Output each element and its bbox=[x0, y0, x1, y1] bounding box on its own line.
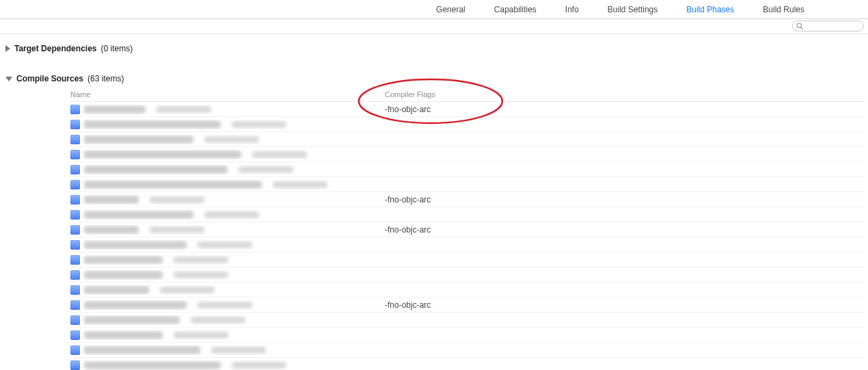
file-name-redacted bbox=[84, 361, 221, 369]
section-count: (0 items) bbox=[100, 44, 133, 53]
file-name-redacted bbox=[84, 135, 193, 144]
table-row[interactable]: -fno-objc-arc bbox=[70, 298, 865, 313]
table-row[interactable] bbox=[70, 162, 865, 177]
file-name-cell bbox=[70, 270, 385, 280]
file-path-redacted bbox=[232, 121, 286, 128]
compile-sources-table: Name Compiler Flags -fno-objc-arc-fno-ob… bbox=[70, 86, 865, 370]
source-file-icon bbox=[70, 300, 80, 310]
search-icon bbox=[796, 22, 804, 30]
compiler-flags-cell[interactable]: -fno-objc-arc bbox=[385, 105, 860, 114]
table-row[interactable] bbox=[70, 132, 865, 147]
file-name-redacted bbox=[84, 211, 193, 219]
table-row[interactable]: -fno-objc-arc bbox=[70, 102, 865, 117]
source-file-icon bbox=[70, 165, 80, 174]
table-row[interactable] bbox=[70, 177, 865, 192]
table-row[interactable] bbox=[70, 282, 865, 298]
file-path-redacted bbox=[174, 256, 228, 263]
file-name-cell bbox=[70, 315, 385, 325]
file-path-redacted bbox=[150, 196, 204, 203]
file-name-cell bbox=[70, 345, 385, 355]
source-file-icon bbox=[70, 195, 80, 204]
file-name-cell bbox=[70, 195, 385, 204]
file-path-redacted bbox=[191, 317, 245, 323]
file-path-redacted bbox=[198, 241, 252, 248]
file-name-cell bbox=[70, 330, 385, 340]
source-file-icon bbox=[70, 270, 80, 280]
compiler-flags-cell[interactable]: -fno-objc-arc bbox=[385, 300, 860, 310]
file-name-redacted bbox=[84, 316, 180, 324]
source-file-icon bbox=[70, 345, 80, 355]
table-row[interactable] bbox=[70, 237, 865, 252]
table-header: Name Compiler Flags bbox=[70, 86, 865, 102]
tab-capabilities[interactable]: Capabilities bbox=[480, 0, 551, 19]
file-path-redacted bbox=[211, 347, 266, 354]
file-name-cell bbox=[70, 120, 385, 129]
file-name-cell bbox=[70, 180, 385, 189]
file-name-cell bbox=[70, 150, 385, 159]
file-name-redacted bbox=[84, 150, 241, 159]
compiler-flags-cell[interactable]: -fno-objc-arc bbox=[385, 195, 860, 204]
file-name-cell bbox=[70, 300, 385, 310]
file-path-redacted bbox=[204, 136, 259, 143]
source-file-icon bbox=[70, 255, 80, 265]
table-row[interactable] bbox=[70, 267, 865, 282]
table-row[interactable]: -fno-objc-arc bbox=[70, 222, 865, 237]
filter-bar bbox=[0, 19, 868, 34]
file-path-redacted bbox=[174, 272, 228, 278]
file-name-cell bbox=[70, 240, 385, 250]
build-phase-sections: Target Dependencies (0 items) Compile So… bbox=[0, 34, 868, 370]
tab-general[interactable]: General bbox=[422, 0, 480, 19]
file-name-redacted bbox=[84, 346, 200, 354]
tab-build-phases[interactable]: Build Phases bbox=[672, 0, 748, 19]
table-row[interactable] bbox=[70, 207, 865, 222]
file-name-redacted bbox=[84, 166, 228, 174]
compiler-flags-cell[interactable]: -fno-objc-arc bbox=[385, 225, 860, 235]
file-name-redacted bbox=[84, 271, 163, 279]
tab-build-settings[interactable]: Build Settings bbox=[593, 0, 672, 19]
file-name-redacted bbox=[84, 301, 187, 309]
file-name-redacted bbox=[84, 120, 221, 129]
tab-build-rules[interactable]: Build Rules bbox=[748, 0, 819, 19]
file-name-cell bbox=[70, 135, 385, 144]
table-row[interactable] bbox=[70, 358, 865, 370]
file-name-cell bbox=[70, 255, 385, 265]
file-path-redacted bbox=[273, 181, 327, 188]
file-path-redacted bbox=[204, 211, 259, 218]
file-path-redacted bbox=[232, 362, 286, 369]
table-row[interactable] bbox=[70, 117, 865, 132]
file-name-redacted bbox=[84, 181, 262, 189]
file-path-redacted bbox=[252, 151, 307, 158]
column-header-name[interactable]: Name bbox=[70, 90, 385, 98]
source-file-icon bbox=[70, 150, 80, 159]
search-field-container[interactable] bbox=[792, 21, 864, 31]
file-name-cell bbox=[70, 285, 385, 295]
file-name-redacted bbox=[84, 286, 149, 294]
file-name-cell bbox=[70, 105, 385, 114]
disclosure-triangle-icon bbox=[5, 77, 12, 81]
source-file-icon bbox=[70, 180, 80, 189]
file-path-redacted bbox=[160, 287, 215, 293]
table-row[interactable] bbox=[70, 252, 865, 267]
section-target-dependencies[interactable]: Target Dependencies (0 items) bbox=[5, 41, 865, 56]
file-name-redacted bbox=[84, 256, 163, 264]
file-path-redacted bbox=[150, 226, 204, 233]
table-row[interactable] bbox=[70, 313, 865, 328]
table-row[interactable]: -fno-objc-arc bbox=[70, 192, 865, 207]
file-name-redacted bbox=[84, 331, 163, 339]
section-title: Target Dependencies bbox=[14, 44, 96, 53]
editor-tabs: General Capabilities Info Build Settings… bbox=[0, 0, 868, 19]
tab-info[interactable]: Info bbox=[551, 0, 593, 19]
table-row[interactable] bbox=[70, 147, 865, 162]
source-file-icon bbox=[70, 315, 80, 325]
section-count: (63 items) bbox=[87, 74, 124, 83]
column-header-flags[interactable]: Compiler Flags bbox=[385, 90, 865, 98]
table-row[interactable] bbox=[70, 343, 865, 358]
search-input[interactable] bbox=[804, 21, 858, 31]
source-file-icon bbox=[70, 210, 80, 220]
section-compile-sources[interactable]: Compile Sources (63 items) bbox=[5, 71, 865, 86]
table-row[interactable] bbox=[70, 328, 865, 343]
file-name-redacted bbox=[84, 226, 139, 234]
file-name-cell bbox=[70, 360, 385, 370]
source-file-icon bbox=[70, 225, 80, 235]
source-file-icon bbox=[70, 120, 80, 129]
